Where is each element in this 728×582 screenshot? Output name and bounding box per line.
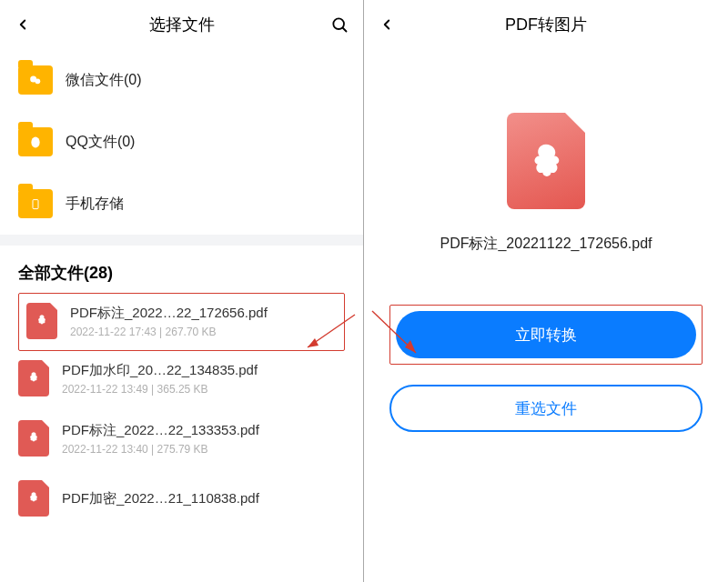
pdf-file-icon xyxy=(18,360,49,396)
back-button[interactable] xyxy=(15,16,40,33)
page-title: PDF转图片 xyxy=(404,14,688,35)
reselect-button[interactable]: 重选文件 xyxy=(389,385,703,432)
folder-icon xyxy=(18,65,53,95)
folder-icon xyxy=(18,127,53,156)
svg-line-1 xyxy=(343,28,347,32)
header: PDF转图片 xyxy=(364,0,728,49)
source-label: QQ文件(0) xyxy=(66,133,135,152)
section-title: 全部文件(28) xyxy=(0,246,363,293)
file-row[interactable]: PDF加密_2022…21_110838.pdf xyxy=(0,471,363,531)
source-wechat[interactable]: 微信文件(0) xyxy=(0,49,363,111)
file-picker-screen: 选择文件 微信文件(0) QQ文件(0) xyxy=(0,0,364,582)
selected-filename: PDF标注_20221122_172656.pdf xyxy=(440,235,652,254)
svg-point-4 xyxy=(31,137,39,148)
back-button[interactable] xyxy=(379,16,404,33)
file-subtext: 2022-11-22 17:43 | 267.70 KB xyxy=(70,326,268,338)
source-label: 微信文件(0) xyxy=(66,71,142,90)
file-row[interactable]: PDF标注_2022…22_172656.pdf2022-11-22 17:43… xyxy=(18,293,345,351)
file-meta: PDF标注_2022…22_172656.pdf2022-11-22 17:43… xyxy=(70,305,268,338)
file-row[interactable]: PDF加水印_20…22_134835.pdf2022-11-22 13:49 … xyxy=(0,351,363,411)
source-list: 微信文件(0) QQ文件(0) 手机存储 xyxy=(0,49,363,235)
folder-icon xyxy=(18,189,53,218)
pdf-convert-screen: PDF转图片 PDF标注_20221122_172656.pdf 立即转换 重选… xyxy=(364,0,728,582)
search-icon xyxy=(330,15,349,34)
file-name: PDF加水印_20…22_134835.pdf xyxy=(62,362,258,379)
divider xyxy=(0,235,363,246)
pdf-file-icon xyxy=(18,480,49,517)
convert-button[interactable]: 立即转换 xyxy=(396,311,696,358)
file-preview: PDF标注_20221122_172656.pdf xyxy=(364,49,728,254)
file-name: PDF加密_2022…21_110838.pdf xyxy=(62,490,259,507)
highlight-box: 立即转换 xyxy=(389,305,703,365)
page-title: 选择文件 xyxy=(40,14,323,35)
source-phone-storage[interactable]: 手机存储 xyxy=(0,173,363,235)
button-area: 立即转换 重选文件 xyxy=(389,305,703,432)
source-qq[interactable]: QQ文件(0) xyxy=(0,111,363,173)
header: 选择文件 xyxy=(0,0,363,49)
pdf-file-icon xyxy=(26,303,57,339)
chevron-left-icon xyxy=(15,16,31,33)
file-subtext: 2022-11-22 13:40 | 275.79 KB xyxy=(62,443,259,456)
file-list: PDF标注_2022…22_172656.pdf2022-11-22 17:43… xyxy=(0,293,363,531)
pdf-file-icon xyxy=(18,420,49,457)
file-row[interactable]: PDF标注_2022…22_133353.pdf2022-11-22 13:40… xyxy=(0,411,363,471)
file-name: PDF标注_2022…22_172656.pdf xyxy=(70,305,268,322)
chevron-left-icon xyxy=(379,16,395,33)
wechat-icon xyxy=(27,74,44,89)
svg-point-3 xyxy=(35,78,40,84)
pdf-icon xyxy=(507,113,585,209)
source-label: 手机存储 xyxy=(66,195,124,214)
search-button[interactable] xyxy=(323,15,349,34)
qq-icon xyxy=(28,135,43,154)
phone-icon xyxy=(30,196,41,216)
file-meta: PDF标注_2022…22_133353.pdf2022-11-22 13:40… xyxy=(62,422,259,456)
svg-rect-5 xyxy=(33,200,38,209)
file-subtext: 2022-11-22 13:49 | 365.25 KB xyxy=(62,383,258,396)
file-meta: PDF加密_2022…21_110838.pdf xyxy=(62,490,259,507)
file-meta: PDF加水印_20…22_134835.pdf2022-11-22 13:49 … xyxy=(62,362,258,396)
file-name: PDF标注_2022…22_133353.pdf xyxy=(62,422,259,439)
